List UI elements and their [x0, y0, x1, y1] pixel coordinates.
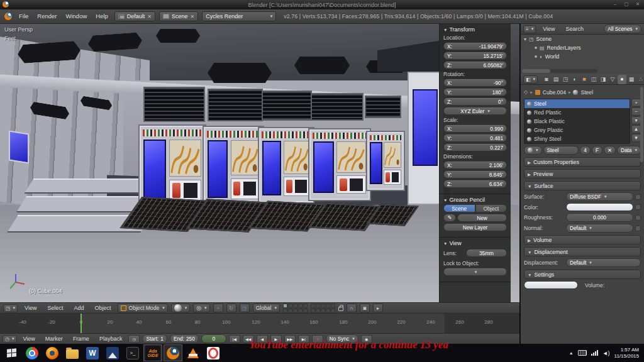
custom-properties-panel-header[interactable]: Custom Properties [524, 157, 641, 167]
node-socket-button[interactable] [635, 226, 641, 231]
taskbar-vlc[interactable] [184, 344, 203, 361]
dimensions-z-field[interactable]: Z: 6.634' [443, 180, 507, 188]
menu-render[interactable]: Render [33, 9, 60, 23]
location-z-field[interactable]: Z: 6.05082' [443, 61, 507, 69]
close-button[interactable]: ✕ [632, 0, 643, 9]
taskbar-firefox[interactable] [43, 344, 62, 361]
frame-end-field[interactable]: End: 250 [170, 334, 199, 343]
current-frame-cursor[interactable] [80, 314, 82, 333]
location-y-field[interactable]: Y: 15.2715' [443, 52, 507, 60]
blender-menu-icon[interactable] [4, 13, 12, 20]
snap-magnet-button[interactable]: ∩ [347, 304, 357, 312]
network-icon[interactable] [591, 350, 598, 356]
use-preview-range-button[interactable]: ◷ [128, 335, 140, 343]
jump-prev-keyframe-button[interactable]: ◀◀ [243, 335, 254, 343]
tab-constraints-icon[interactable]: ◫ [589, 75, 598, 84]
show-hidden-icons-button[interactable]: ▲ [569, 351, 574, 355]
taskbar-blender[interactable] [164, 344, 182, 361]
taskbar-ada-gide[interactable]: Ada GIDE [143, 344, 162, 361]
layer-selector[interactable] [283, 304, 335, 313]
move-slot-down-button[interactable]: ▼ [631, 134, 641, 142]
jump-to-start-button[interactable]: |◀ [229, 335, 240, 343]
jump-next-keyframe-button[interactable]: ▶▶ [284, 335, 296, 343]
scene-selector[interactable]: Scene ✕ [159, 11, 198, 21]
surface-shader-dropdown[interactable]: Diffuse BSDF [566, 192, 633, 201]
keying-set-button[interactable]: ◉ [361, 335, 372, 343]
manipulator-rotate-button[interactable]: ↻ [226, 304, 236, 312]
minimize-button[interactable]: – [609, 0, 621, 9]
remove-slot-button[interactable]: − [631, 107, 641, 116]
tab-render-layers-icon[interactable]: ▤ [552, 75, 560, 84]
render-opengl-anim-button[interactable]: ▸ [373, 304, 383, 312]
slot-specials-button[interactable]: ▾ [631, 116, 641, 124]
mode-dropdown[interactable]: Object Mode [118, 304, 167, 312]
menu-help[interactable]: Help [92, 9, 112, 23]
screen-layout-selector[interactable]: Default ✕ [114, 11, 155, 21]
tab-render-icon[interactable]: ◙ [542, 75, 551, 84]
breadcrumb-material[interactable]: Steel [580, 89, 593, 96]
menu-file[interactable]: File [15, 9, 32, 23]
outliner-search-menu[interactable]: Search [562, 22, 588, 36]
editor-type-properties-icon[interactable]: ◧ [523, 75, 538, 84]
disclosure-triangle-icon[interactable]: ▾ [524, 36, 526, 42]
gp-new-button[interactable]: New [457, 214, 507, 222]
dimensions-y-field[interactable]: Y: 8.845' [443, 170, 507, 178]
timeline-canvas[interactable]: -40 -20 0 20 40 60 80 100 120 140 160 18… [0, 313, 519, 333]
sync-mode-dropdown[interactable]: No Sync [326, 334, 358, 343]
current-frame-field[interactable]: 0 [201, 334, 226, 343]
settings-panel-header[interactable]: Settings [524, 270, 641, 279]
outliner-item-scene[interactable]: ▾ ◳ Scene [521, 35, 644, 43]
taskbar-clock[interactable]: 1:57 AM 11/15/2015 [614, 347, 639, 359]
view-panel-header[interactable]: View [443, 240, 507, 246]
tab-particles-icon[interactable]: ∴ [636, 75, 644, 84]
record-button[interactable]: ● [312, 335, 323, 343]
rotation-x-field[interactable]: X: -90° [443, 79, 507, 87]
render-engine-dropdown[interactable]: Cycles Render [202, 11, 276, 21]
taskbar-chrome[interactable] [23, 344, 42, 361]
material-slot[interactable]: Steel [525, 99, 630, 108]
rotation-mode-dropdown[interactable]: XYZ Euler [443, 107, 507, 115]
volume-icon[interactable]: ◄) [602, 350, 610, 356]
volume-panel-header[interactable]: Volume [524, 235, 641, 244]
surface-panel-header[interactable]: Surface [524, 181, 641, 190]
scale-z-field[interactable]: Z: 0.227 [443, 143, 507, 151]
unlink-icon[interactable]: ✕ [147, 14, 152, 19]
displacement-dropdown[interactable]: Default [566, 258, 641, 267]
grease-pencil-header[interactable]: Grease Pencil [443, 197, 507, 203]
taskbar-explorer[interactable] [63, 344, 82, 361]
layer-grid-right[interactable] [311, 304, 335, 313]
browse-material-button[interactable] [524, 146, 542, 155]
unlink-material-button[interactable]: ✕ [604, 146, 616, 155]
outliner-display-mode-dropdown[interactable]: All Scenes [604, 25, 641, 33]
properties-scrollbar[interactable] [640, 87, 643, 162]
manipulator-translate-button[interactable]: + [213, 304, 223, 312]
maximize-button[interactable]: ▢ [621, 0, 632, 9]
tab-material-icon[interactable]: ● [618, 75, 626, 84]
outliner-item-world[interactable]: ◐ World [521, 52, 644, 61]
dimensions-x-field[interactable]: X: 2.106' [443, 161, 507, 169]
preview-panel-header[interactable]: Preview [524, 169, 641, 178]
material-name-field[interactable]: Steel [543, 146, 579, 155]
scale-x-field[interactable]: X: 0.990 [443, 124, 507, 133]
lens-field[interactable]: 35mm [466, 249, 507, 257]
viewport-color-swatch[interactable] [524, 281, 578, 289]
editor-type-outliner-icon[interactable]: ≡ [523, 25, 536, 33]
taskbar-word[interactable]: W [83, 344, 102, 361]
fake-user-button[interactable]: F [592, 146, 602, 155]
scale-y-field[interactable]: Y: 0.481 [443, 134, 507, 142]
viewport-shading-dropdown[interactable] [171, 304, 191, 312]
outliner-item-renderlayers[interactable]: ▤ RenderLayers [521, 43, 644, 52]
render-opengl-button[interactable]: ◙ [360, 304, 370, 312]
taskbar-opera[interactable] [204, 344, 223, 361]
location-x-field[interactable]: X: -11.90479' [443, 42, 507, 50]
draw-mode-button[interactable] [443, 214, 456, 222]
editor-type-3dview-icon[interactable]: ◳ [3, 304, 18, 312]
node-socket-button[interactable] [635, 194, 641, 200]
jump-to-end-button[interactable]: ▶| [298, 335, 309, 343]
lock-icon[interactable] [338, 307, 343, 311]
tab-texture-icon[interactable]: ▦ [627, 75, 636, 84]
editor-type-timeline-icon[interactable]: ◷ [3, 335, 17, 343]
play-reverse-button[interactable]: ◀ [257, 335, 268, 343]
displacement-panel-header[interactable]: Displacement [524, 247, 641, 256]
color-swatch[interactable] [566, 203, 633, 211]
